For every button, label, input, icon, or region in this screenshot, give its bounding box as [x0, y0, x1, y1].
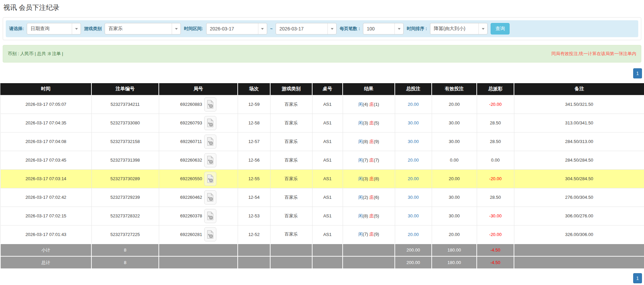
cell-remark: 313.00/341.50 [514, 114, 644, 132]
chevron-down-icon[interactable] [72, 23, 81, 34]
round-number: 692260711 [180, 139, 202, 144]
total-bet-link[interactable]: 20.00 [408, 102, 419, 107]
video-file-icon [207, 211, 214, 220]
totals-count: 8 [91, 244, 159, 256]
cell-valid-bet: 20.00 [432, 95, 477, 114]
round-number: 692260793 [180, 120, 202, 125]
round-number: 692260550 [180, 176, 202, 181]
totals-row: 小计 8 200.00 180.00 -4.50 [0, 244, 644, 256]
cell-table-no: AS1 [312, 207, 343, 225]
result-player-count: (4) [363, 102, 368, 107]
chevron-down-icon[interactable] [478, 23, 487, 34]
cell-payout: -20.00 [477, 95, 514, 114]
cell-table-no: AS1 [312, 114, 343, 132]
result-banker-count: (5) [374, 213, 379, 218]
cell-payout: 28.50 [477, 114, 514, 132]
query-mode-select[interactable]: 日期查询 [27, 23, 81, 34]
cell-session: 12-58 [238, 114, 270, 132]
cell-round: 692260378 [159, 207, 238, 225]
cell-time: 2026-03-17 07:03:45 [0, 151, 91, 169]
result-banker-label: 庄 [369, 232, 374, 237]
round-number: 692260632 [180, 158, 202, 163]
result-player-label: 闲 [358, 139, 363, 144]
result-banker-count: (6) [374, 195, 379, 200]
cell-valid-bet: 20.00 [432, 225, 477, 244]
cell-game-type: 百家乐 [270, 169, 312, 188]
date-from-select[interactable]: 2026-03-17 [206, 23, 267, 34]
video-file-icon [207, 230, 214, 239]
cell-valid-bet: 30.00 [432, 114, 477, 132]
cell-total-bet: 20.00 [395, 95, 432, 114]
cell-time: 2026-03-17 07:01:43 [0, 225, 91, 244]
total-bet-link[interactable]: 30.00 [408, 213, 419, 218]
table-row: 2026-03-17 07:02:15 523273728322 6922603… [0, 207, 644, 225]
totals-valid-bet: 180.00 [432, 244, 477, 256]
total-bet-link[interactable]: 30.00 [408, 120, 419, 125]
total-bet-link[interactable]: 30.00 [408, 195, 419, 200]
header-session: 场次 [238, 83, 270, 95]
video-replay-button[interactable] [204, 153, 216, 167]
pagination-bottom: 1 [0, 273, 644, 283]
chevron-down-icon[interactable] [258, 23, 267, 34]
cell-time: 2026-03-17 07:03:14 [0, 169, 91, 188]
video-replay-button[interactable] [204, 209, 216, 223]
video-file-icon [207, 100, 214, 109]
video-replay-button[interactable] [204, 172, 216, 186]
page-size-value: 100 [363, 26, 394, 31]
video-replay-button[interactable] [204, 135, 216, 149]
result-banker-label: 庄 [369, 176, 374, 181]
cell-result: 闲(8) 庄(9) [343, 132, 395, 151]
search-button[interactable]: 查询 [491, 23, 510, 34]
cell-time: 2026-03-17 07:05:07 [0, 95, 91, 114]
date-to-select[interactable]: 2026-03-17 [276, 23, 337, 34]
totals-total-bet: 200.00 [395, 244, 432, 256]
total-bet-link[interactable]: 20.00 [408, 232, 419, 237]
header-row: 时间 注单编号 局号 场次 游戏类别 桌号 结果 总投注 有效投注 总派彩 备注 [0, 83, 644, 95]
total-bet-link[interactable]: 30.00 [408, 139, 419, 144]
video-replay-button[interactable] [204, 116, 216, 130]
pagination-top: 1 [0, 68, 644, 78]
video-replay-button[interactable] [204, 190, 216, 205]
page-size-select[interactable]: 100 [363, 23, 404, 34]
result-player-count: (8) [363, 139, 368, 144]
cell-bet-id: 523273727225 [91, 225, 159, 244]
cell-table-no: AS1 [312, 188, 343, 207]
total-bet-link[interactable]: 20.00 [408, 158, 419, 163]
cell-game-type: 百家乐 [270, 114, 312, 132]
page-1-button[interactable]: 1 [633, 273, 642, 283]
cell-round: 692260883 [159, 95, 238, 114]
chevron-down-icon[interactable] [394, 23, 403, 34]
totals-total-bet: 200.00 [395, 256, 432, 269]
cell-result: 闲(7) 庄(7) [343, 151, 395, 169]
video-replay-button[interactable] [204, 227, 216, 241]
date-range-label: 时间区间: [184, 26, 203, 32]
page-1-button[interactable]: 1 [633, 68, 642, 78]
cell-total-bet: 30.00 [395, 114, 432, 132]
cell-session: 12-59 [238, 95, 270, 114]
total-bet-link[interactable]: 20.00 [408, 176, 419, 181]
game-type-select[interactable]: 百家乐 [105, 23, 181, 34]
cell-total-bet: 20.00 [395, 225, 432, 244]
cell-round: 692260281 [159, 225, 238, 244]
cell-remark: 276.00/304.50 [514, 188, 644, 207]
result-banker-label: 庄 [369, 195, 374, 200]
round-number: 692260378 [180, 213, 202, 218]
chevron-down-icon[interactable] [172, 23, 180, 34]
chevron-down-icon[interactable] [327, 23, 336, 34]
cell-payout: -20.00 [477, 225, 514, 244]
page-title: 视讯 会员下注纪录 [0, 0, 644, 12]
cell-game-type: 百家乐 [270, 207, 312, 225]
result-player-label: 闲 [358, 120, 363, 125]
video-file-icon [207, 137, 214, 146]
cell-result: 闲(4) 庄(1) [343, 95, 395, 114]
header-time: 时间 [0, 83, 91, 95]
sort-order-select[interactable]: 降冪(由大到小) [430, 23, 488, 34]
cell-round: 692260632 [159, 151, 238, 169]
totals-row: 总计 8 200.00 180.00 -4.50 [0, 256, 644, 269]
result-banker-count: (5) [374, 120, 379, 125]
header-game-type: 游戏类别 [270, 83, 312, 95]
table-row: 2026-03-17 07:01:43 523273727225 6922602… [0, 225, 644, 244]
video-replay-button[interactable] [204, 97, 216, 112]
video-file-icon [207, 193, 214, 202]
cell-session: 12-54 [238, 188, 270, 207]
